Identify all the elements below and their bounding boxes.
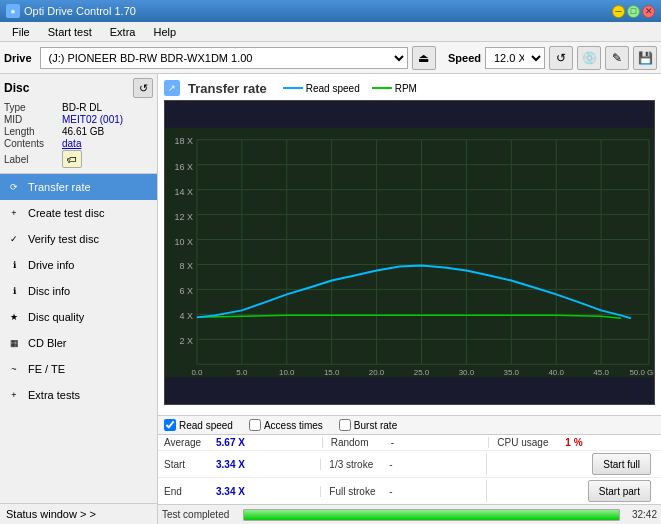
random-value: - [391,437,394,448]
menu-file[interactable]: File [4,24,38,40]
extra-tests-icon: + [6,387,22,403]
svg-text:50.0 GB: 50.0 GB [629,368,655,377]
random-label: Random [331,437,387,448]
legend-rpm: RPM [372,83,417,94]
drive-label: Drive [4,52,32,64]
svg-text:2 X: 2 X [179,336,192,346]
status-window-button[interactable]: Status window > > [0,503,157,524]
access-times-checkbox[interactable] [249,419,261,431]
drive-info-icon: ℹ [6,257,22,273]
sidebar: Disc ↺ Type BD-R DL MID MEIT02 (001) Len… [0,74,158,524]
svg-text:15.0: 15.0 [324,368,340,377]
svg-text:20.0: 20.0 [369,368,385,377]
read-speed-checkbox[interactable] [164,419,176,431]
disc-type-label: Type [4,102,62,113]
avg-label: Average [164,437,212,448]
fe-te-icon: ~ [6,361,22,377]
disc-contents-value[interactable]: data [62,138,81,149]
chart-title: Transfer rate [188,81,267,96]
progress-container [243,509,620,521]
full-stroke-label: Full stroke [329,486,385,497]
nav-disc-info[interactable]: ℹ Disc info [0,278,157,304]
disc-label-button[interactable]: 🏷 [62,150,82,168]
nav-verify-test-disc[interactable]: ✓ Verify test disc [0,226,157,252]
svg-text:25.0: 25.0 [414,368,430,377]
disc-info-icon: ℹ [6,283,22,299]
start-part-button[interactable]: Start part [588,480,651,502]
full-stroke-value: - [389,486,392,497]
chart-header: ↗ Transfer rate Read speed RPM [164,80,655,96]
nav-disc-quality[interactable]: ★ Disc quality [0,304,157,330]
one-third-label: 1/3 stroke [329,459,385,470]
svg-text:6 X: 6 X [179,286,192,296]
save-button[interactable]: 💾 [633,46,657,70]
svg-text:40.0: 40.0 [548,368,564,377]
svg-text:10 X: 10 X [174,237,192,247]
legend-read-speed-color [283,87,303,89]
close-button[interactable]: ✕ [642,5,655,18]
app-icon: ● [6,4,20,18]
minimize-button[interactable]: ─ [612,5,625,18]
svg-text:5.0: 5.0 [236,368,248,377]
disc-title: Disc [4,81,29,95]
checkbox-burst-rate[interactable]: Burst rate [339,419,397,431]
write-button[interactable]: ✎ [605,46,629,70]
cpu-value: 1 % [565,437,582,448]
disc-refresh-button[interactable]: ↺ [133,78,153,98]
start-value: 3.34 X [216,459,245,470]
nav-extra-tests[interactable]: + Extra tests [0,382,157,408]
chart-container: ↗ Transfer rate Read speed RPM [158,74,661,415]
chart-svg-wrapper: 18 X 16 X 14 X 12 X 10 X 8 X 6 X 4 X 2 X [164,100,655,405]
disc-section: Disc ↺ Type BD-R DL MID MEIT02 (001) Len… [0,74,157,174]
drive-select[interactable]: (J:) PIONEER BD-RW BDR-WX1DM 1.00 [40,47,408,69]
cpu-label: CPU usage [497,437,561,448]
burst-rate-checkbox[interactable] [339,419,351,431]
status-text: Test completed [162,509,237,520]
nav-drive-info[interactable]: ℹ Drive info [0,252,157,278]
nav-disc-info-label: Disc info [28,285,70,297]
titlebar: ● Opti Drive Control 1.70 ─ □ ✕ [0,0,661,22]
nav-items: ⟳ Transfer rate + Create test disc ✓ Ver… [0,174,157,408]
nav-verify-test-disc-label: Verify test disc [28,233,99,245]
menu-extra[interactable]: Extra [102,24,144,40]
nav-fe-te[interactable]: ~ FE / TE [0,356,157,382]
app-title: Opti Drive Control 1.70 [24,5,136,17]
status-time: 32:42 [632,509,657,520]
checkbox-access-times[interactable]: Access times [249,419,323,431]
create-test-disc-icon: + [6,205,22,221]
nav-transfer-rate[interactable]: ⟳ Transfer rate [0,174,157,200]
nav-fe-te-label: FE / TE [28,363,65,375]
disc-button[interactable]: 💿 [577,46,601,70]
toolbar: Drive (J:) PIONEER BD-RW BDR-WX1DM 1.00 … [0,42,661,74]
nav-create-test-disc-label: Create test disc [28,207,104,219]
svg-text:14 X: 14 X [174,187,192,197]
start-full-button[interactable]: Start full [592,453,651,475]
status-window-label: Status window > > [6,508,96,520]
cd-bler-icon: ▦ [6,335,22,351]
legend-rpm-label: RPM [395,83,417,94]
read-speed-checkbox-label: Read speed [179,420,233,431]
disc-length-value: 46.61 GB [62,126,104,137]
refresh-button[interactable]: ↺ [549,46,573,70]
eject-button[interactable]: ⏏ [412,46,436,70]
menu-start-test[interactable]: Start test [40,24,100,40]
menu-help[interactable]: Help [145,24,184,40]
content-area: ↗ Transfer rate Read speed RPM [158,74,661,524]
svg-text:4 X: 4 X [179,311,192,321]
svg-rect-0 [165,128,654,377]
verify-test-disc-icon: ✓ [6,231,22,247]
nav-transfer-rate-label: Transfer rate [28,181,91,193]
legend-read-speed: Read speed [283,83,360,94]
checkbox-read-speed[interactable]: Read speed [164,419,233,431]
end-value: 3.34 X [216,486,245,497]
main-layout: Disc ↺ Type BD-R DL MID MEIT02 (001) Len… [0,74,661,524]
nav-cd-bler-label: CD Bler [28,337,67,349]
speed-select[interactable]: 12.0 X [485,47,545,69]
svg-text:35.0: 35.0 [504,368,520,377]
nav-drive-info-label: Drive info [28,259,74,271]
one-third-value: - [389,459,392,470]
nav-create-test-disc[interactable]: + Create test disc [0,200,157,226]
nav-cd-bler[interactable]: ▦ CD Bler [0,330,157,356]
end-label: End [164,486,212,497]
maximize-button[interactable]: □ [627,5,640,18]
